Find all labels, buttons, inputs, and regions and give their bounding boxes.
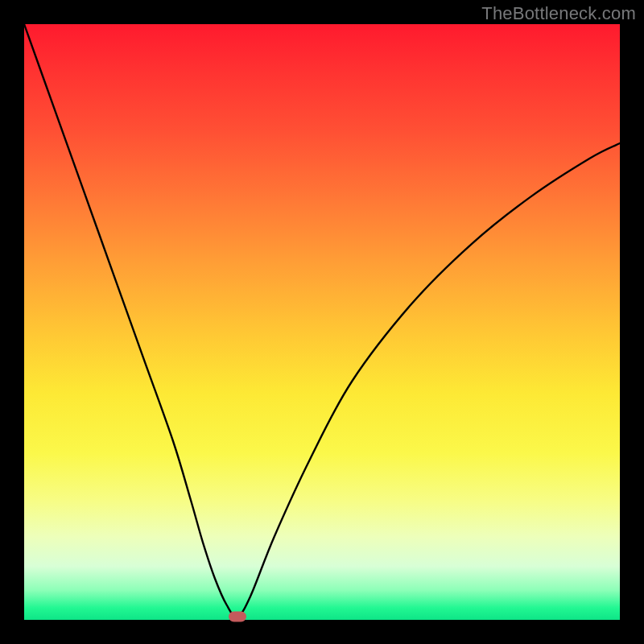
plot-area [24, 24, 620, 620]
chart-frame: TheBottleneck.com [0, 0, 644, 644]
optimum-marker [229, 612, 246, 622]
bottleneck-curve [24, 24, 620, 617]
curve-svg [24, 24, 620, 620]
watermark-text: TheBottleneck.com [481, 3, 636, 24]
